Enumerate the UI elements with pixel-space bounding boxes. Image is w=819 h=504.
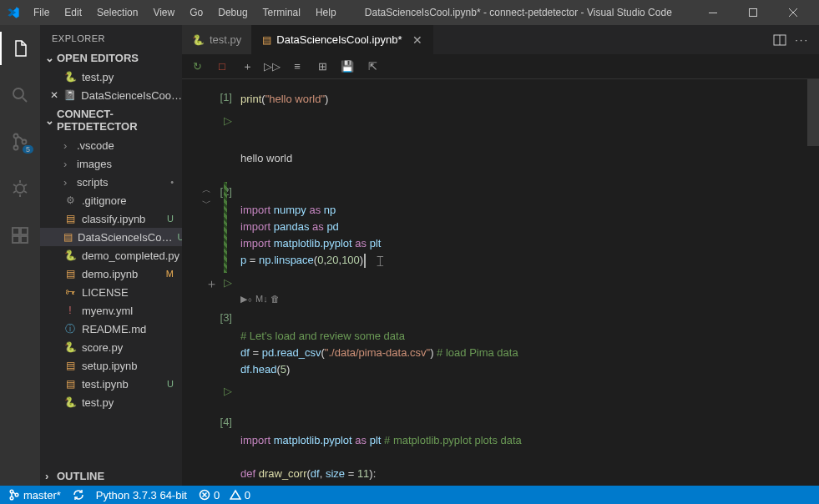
activity-extensions[interactable] bbox=[0, 219, 40, 252]
python-icon: 🐍 bbox=[63, 341, 77, 353]
file-label: README.md bbox=[82, 323, 146, 335]
cell-output: hello world bbox=[240, 150, 819, 167]
tree-item[interactable]: ⚙.gitignore bbox=[40, 191, 182, 209]
file-label: DataScienceIsCo… bbox=[78, 231, 172, 244]
info-icon: ⓘ bbox=[63, 322, 77, 336]
svg-rect-9 bbox=[13, 236, 19, 243]
cell[interactable]: ︿ ﹀ [2] import numpy as np import pandas… bbox=[182, 182, 819, 273]
tree-item[interactable]: ›scripts• bbox=[40, 173, 182, 191]
svg-rect-8 bbox=[21, 228, 28, 234]
chevron-right-icon: › bbox=[63, 176, 72, 189]
open-editor-item[interactable]: ✕📓DataScienceIsCoo… bbox=[40, 86, 182, 104]
file-status: U bbox=[167, 214, 174, 224]
activity-explorer[interactable] bbox=[0, 32, 40, 65]
menu-selection[interactable]: Selection bbox=[90, 3, 144, 22]
file-label: setup.ipynb bbox=[82, 360, 138, 372]
tree-item[interactable]: 🗝LICENSE bbox=[40, 283, 182, 301]
menu-help[interactable]: Help bbox=[309, 3, 343, 22]
tree-item[interactable]: ▤classify.ipynbU bbox=[40, 209, 182, 228]
yaml-icon: ! bbox=[63, 305, 77, 316]
outline-header[interactable]: ›OUTLINE bbox=[40, 466, 182, 486]
svg-point-3 bbox=[14, 134, 18, 139]
cell[interactable]: [1] print("hello world") bbox=[182, 88, 819, 111]
git-branch[interactable]: master* bbox=[8, 489, 61, 501]
notebook-icon: ▤ bbox=[262, 34, 271, 46]
restart-icon[interactable]: ↻ bbox=[190, 60, 204, 73]
tree-item[interactable]: !myenv.yml bbox=[40, 301, 182, 320]
tree-item[interactable]: 🐍score.py bbox=[40, 338, 182, 356]
close-tab-icon[interactable]: ✕ bbox=[412, 33, 422, 47]
split-editor-icon[interactable] bbox=[773, 33, 786, 47]
tree-item[interactable]: 🐍demo_completed.py bbox=[40, 246, 182, 265]
tree-item[interactable]: ▤setup.ipynb bbox=[40, 356, 182, 375]
add-below-icon[interactable]: ＋ bbox=[205, 276, 218, 292]
file-label: LICENSE bbox=[82, 286, 129, 299]
file-status: • bbox=[170, 177, 174, 187]
code-token: "hello world" bbox=[265, 93, 325, 105]
open-editor-item[interactable]: 🐍test.py bbox=[40, 68, 182, 86]
project-header[interactable]: ⌄CONNECT-PETDETECTOR bbox=[40, 104, 182, 136]
tree-item[interactable]: ▤test.ipynbU bbox=[40, 375, 182, 393]
notebook-toolbar: ↻ □ ＋ ▷▷ ≡ ⊞ 💾 ⇱ bbox=[182, 54, 819, 79]
file-status: M bbox=[166, 269, 174, 279]
svg-point-14 bbox=[15, 493, 18, 496]
menu-file[interactable]: File bbox=[27, 3, 56, 22]
notebook-icon: ▤ bbox=[63, 378, 77, 390]
python-interpreter[interactable]: Python 3.7.3 64-bit bbox=[96, 489, 187, 501]
notebook-icon: ▤ bbox=[63, 268, 77, 280]
tree-item[interactable]: ›images bbox=[40, 154, 182, 173]
warning-count: 0 bbox=[245, 489, 250, 501]
svg-point-4 bbox=[14, 146, 18, 150]
tree-item[interactable]: ▤demo.ipynbM bbox=[40, 265, 182, 283]
variables-icon[interactable]: ⊞ bbox=[316, 60, 329, 73]
tree-item[interactable]: ▤DataScienceIsCo…U bbox=[40, 228, 182, 246]
svg-rect-0 bbox=[709, 13, 717, 13]
more-icon[interactable]: ··· bbox=[795, 33, 809, 46]
notebook-cells[interactable]: [1] print("hello world") ▷ hello world ︿… bbox=[182, 79, 819, 486]
tree-item[interactable]: ⓘREADME.md bbox=[40, 320, 182, 338]
tab-testpy[interactable]: 🐍test.py bbox=[182, 25, 252, 54]
cell[interactable]: [3] # Let's load and review some data df… bbox=[182, 308, 819, 381]
cell-tools[interactable]: ▶⬨ M↓ 🗑 bbox=[182, 292, 819, 308]
activity-scm[interactable]: 5 bbox=[0, 125, 40, 159]
maximize-button[interactable] bbox=[734, 0, 772, 25]
run-cell-icon[interactable]: ▷ bbox=[224, 385, 232, 397]
outline-label: OUTLINE bbox=[57, 470, 104, 482]
run-all-icon[interactable]: ▷▷ bbox=[265, 60, 279, 73]
svg-rect-7 bbox=[13, 228, 19, 234]
tabs: 🐍test.py ▤DataScienceIsCool.ipynb*✕ ··· bbox=[182, 25, 819, 54]
tab-notebook[interactable]: ▤DataScienceIsCool.ipynb*✕ bbox=[252, 25, 432, 54]
collapse-down-icon[interactable]: ﹀ bbox=[202, 197, 211, 209]
close-button[interactable] bbox=[774, 0, 812, 25]
tree-item[interactable]: ›.vscode bbox=[40, 136, 182, 154]
window-title: DataScienceIsCool.ipynb* - connect-petde… bbox=[345, 7, 692, 18]
run-above-icon[interactable]: ≡ bbox=[291, 60, 304, 73]
problems[interactable]: 0 0 bbox=[199, 489, 250, 501]
svg-rect-1 bbox=[750, 9, 757, 17]
tree-item[interactable]: 🐍test.py bbox=[40, 393, 182, 411]
project-label: CONNECT-PETDETECTOR bbox=[57, 108, 177, 133]
open-editors-header[interactable]: ⌄OPEN EDITORS bbox=[40, 48, 182, 68]
file-label: myenv.yml bbox=[82, 305, 133, 317]
run-cell-icon[interactable]: ▷ bbox=[224, 276, 232, 289]
interrupt-icon[interactable]: □ bbox=[215, 60, 229, 73]
save-icon[interactable]: 💾 bbox=[341, 60, 354, 73]
run-cell-icon[interactable]: ▷ bbox=[224, 114, 232, 127]
activity-search[interactable] bbox=[0, 78, 40, 112]
cell[interactable]: [4] import matplotlib.pyplot as plt # ma… bbox=[182, 412, 819, 486]
collapse-up-icon[interactable]: ︿ bbox=[202, 184, 211, 196]
menu-view[interactable]: View bbox=[146, 3, 181, 22]
menu-edit[interactable]: Edit bbox=[58, 3, 88, 22]
menu-debug[interactable]: Debug bbox=[211, 3, 254, 22]
add-cell-icon[interactable]: ＋ bbox=[240, 60, 254, 73]
activity-debug[interactable] bbox=[0, 172, 40, 205]
dirty-close-icon[interactable]: ✕ bbox=[50, 89, 58, 101]
chevron-right-icon: › bbox=[63, 158, 72, 170]
menu-terminal[interactable]: Terminal bbox=[256, 3, 307, 22]
minimize-button[interactable] bbox=[694, 0, 732, 25]
sync-icon[interactable] bbox=[73, 489, 84, 501]
menu-go[interactable]: Go bbox=[183, 3, 210, 22]
export-icon[interactable]: ⇱ bbox=[366, 60, 379, 73]
file-label: test.py bbox=[82, 71, 114, 83]
svg-point-2 bbox=[13, 88, 23, 98]
